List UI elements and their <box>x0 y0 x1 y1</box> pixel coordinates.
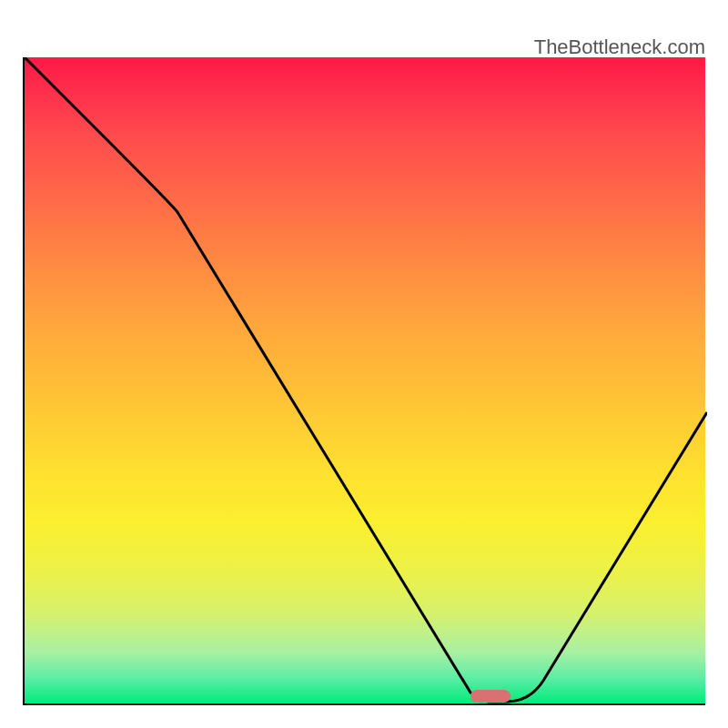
watermark-text: TheBottleneck.com <box>534 35 705 59</box>
plot-area <box>23 57 705 705</box>
bottleneck-chart: TheBottleneck.com <box>0 0 728 728</box>
optimal-marker <box>470 690 511 703</box>
curve-svg <box>25 57 707 705</box>
bottleneck-curve <box>25 57 707 702</box>
